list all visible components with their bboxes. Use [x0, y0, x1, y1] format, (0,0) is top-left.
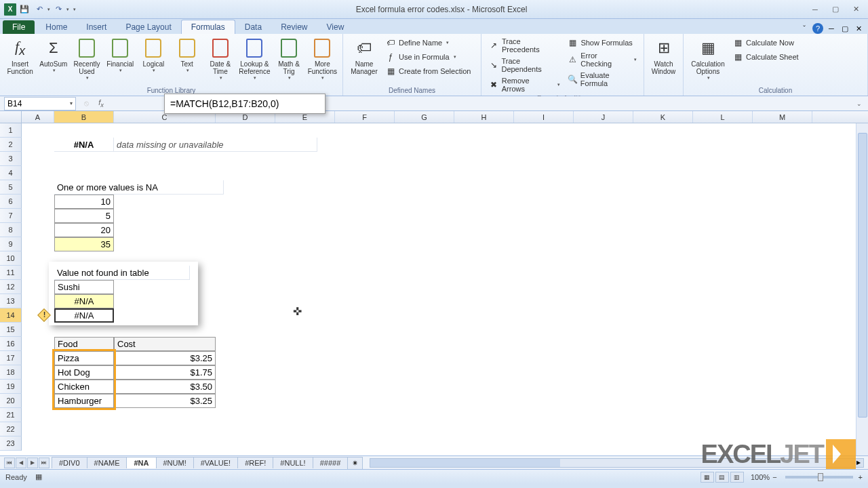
- row-header-3[interactable]: 3: [0, 152, 22, 166]
- cell-b16[interactable]: Food: [54, 337, 114, 351]
- new-sheet-button[interactable]: ✷: [347, 457, 363, 469]
- create-from-selection-button[interactable]: ▦Create from Selection: [382, 64, 473, 78]
- name-box[interactable]: B14▾: [4, 97, 76, 110]
- row-header-12[interactable]: 12: [0, 280, 22, 294]
- cell-b17[interactable]: Pizza: [54, 351, 114, 365]
- evaluate-formula-button[interactable]: 🔍Evaluate Formula: [564, 70, 639, 89]
- logical-button[interactable]: Logical▾: [138, 36, 170, 75]
- define-name-button[interactable]: 🏷Define Name▾: [382, 36, 473, 49]
- autosum-button[interactable]: ΣAutoSum▾: [37, 36, 69, 75]
- cells-area[interactable]: #N/A data missing or unavailable One or …: [22, 123, 856, 455]
- cell-c2[interactable]: data missing or unavailable: [114, 138, 317, 152]
- cell-d19[interactable]: $3.50: [114, 380, 216, 394]
- sheet-tab[interactable]: #NULL!: [273, 457, 313, 468]
- insert-function-button[interactable]: fxInsert Function: [4, 36, 36, 77]
- undo-dropdown[interactable]: ▾: [47, 7, 50, 12]
- sheet-tab[interactable]: #NAME: [87, 457, 127, 468]
- expand-formula-bar-icon[interactable]: ⌄: [853, 98, 865, 110]
- remove-arrows-button[interactable]: ✖Remove Arrows▾: [486, 75, 563, 94]
- row-header-6[interactable]: 6: [0, 195, 22, 209]
- zoom-out-button[interactable]: −: [772, 473, 776, 481]
- col-header-i[interactable]: I: [514, 111, 574, 123]
- first-sheet-button[interactable]: ⏮: [4, 458, 15, 468]
- cell-b19[interactable]: Chicken: [54, 380, 114, 394]
- cell-b9[interactable]: 35: [54, 237, 114, 251]
- redo-dropdown[interactable]: ▾: [66, 7, 69, 12]
- cell-b8[interactable]: 20: [54, 223, 114, 237]
- cell-d20[interactable]: $3.25: [114, 394, 216, 408]
- cell-b7[interactable]: 5: [54, 209, 114, 223]
- minimize-button[interactable]: ─: [807, 4, 823, 15]
- inner-close-icon[interactable]: ✕: [853, 23, 864, 34]
- calculate-sheet-button[interactable]: ▦Calculate Sheet: [730, 50, 802, 64]
- sheet-tab[interactable]: #NA: [126, 457, 156, 468]
- trace-dependents-button[interactable]: ↘Trace Dependents: [486, 56, 563, 75]
- fx-icon[interactable]: fx: [95, 98, 107, 110]
- file-tab[interactable]: File: [3, 20, 35, 34]
- undo-button[interactable]: ↶: [33, 3, 46, 16]
- row-header-17[interactable]: 17: [0, 351, 22, 365]
- math-trig-button[interactable]: Math & Trig▾: [273, 36, 304, 82]
- sheet-tab[interactable]: #REF!: [237, 457, 273, 468]
- worksheet-grid[interactable]: A B C D E F G H I J K L M 12345678910111…: [0, 111, 868, 455]
- col-header-b[interactable]: B: [54, 111, 114, 123]
- page-layout-view-button[interactable]: ▤: [715, 472, 729, 483]
- formulas-tab[interactable]: Formulas: [181, 20, 235, 34]
- row-header-13[interactable]: 13: [0, 294, 22, 308]
- cell-b13[interactable]: #N/A: [54, 294, 114, 308]
- error-checking-button[interactable]: ⚠Error Checking▾: [564, 50, 639, 69]
- trace-precedents-button[interactable]: ↗Trace Precedents: [486, 36, 563, 55]
- col-header-l[interactable]: L: [693, 111, 753, 123]
- sheet-tab[interactable]: #DIV0: [52, 457, 87, 468]
- minimize-ribbon-icon[interactable]: ˇ: [799, 23, 810, 34]
- zoom-slider[interactable]: [785, 476, 853, 479]
- cell-d18[interactable]: $1.75: [114, 365, 216, 380]
- row-header-19[interactable]: 19: [0, 380, 22, 394]
- row-header-11[interactable]: 11: [0, 266, 22, 280]
- close-button[interactable]: ✕: [848, 4, 864, 15]
- macro-icon[interactable]: ▦: [35, 472, 42, 481]
- cell-c16[interactable]: Cost: [114, 337, 216, 351]
- text-button[interactable]: Text▾: [171, 36, 203, 75]
- maximize-button[interactable]: ▢: [827, 4, 844, 15]
- calculation-options-button[interactable]: ▦Calculation Options▾: [688, 36, 728, 82]
- sheet-tab[interactable]: #####: [313, 457, 349, 468]
- review-tab[interactable]: Review: [271, 20, 317, 34]
- row-header-1[interactable]: 1: [0, 123, 22, 138]
- sheet-tab[interactable]: #VALUE!: [193, 457, 238, 468]
- select-all-corner[interactable]: [0, 111, 22, 123]
- row-header-18[interactable]: 18: [0, 365, 22, 380]
- row-header-15[interactable]: 15: [0, 323, 22, 337]
- name-manager-button[interactable]: 🏷Name Manager: [347, 36, 381, 77]
- col-header-a[interactable]: A: [22, 111, 54, 123]
- show-formulas-button[interactable]: ▦Show Formulas: [564, 36, 639, 49]
- watch-window-button[interactable]: ⊞Watch Window: [648, 36, 679, 77]
- row-header-23[interactable]: 23: [0, 436, 22, 451]
- hscroll-thumb[interactable]: [370, 459, 560, 467]
- cell-b5[interactable]: One or more values is NA: [54, 180, 224, 195]
- data-tab[interactable]: Data: [235, 20, 271, 34]
- financial-button[interactable]: Financial▾: [104, 36, 136, 75]
- next-sheet-button[interactable]: ▶: [27, 458, 38, 468]
- page-break-view-button[interactable]: ▥: [730, 472, 744, 483]
- row-header-14[interactable]: 14: [0, 308, 22, 323]
- row-header-8[interactable]: 8: [0, 223, 22, 237]
- cancel-icon[interactable]: ⦸: [80, 98, 92, 110]
- col-header-j[interactable]: J: [574, 111, 633, 123]
- prev-sheet-button[interactable]: ◀: [16, 458, 26, 468]
- vertical-scrollbar[interactable]: [856, 123, 868, 455]
- col-header-h[interactable]: H: [454, 111, 514, 123]
- row-header-10[interactable]: 10: [0, 251, 22, 266]
- zoom-level[interactable]: 100%: [751, 473, 770, 481]
- redo-button[interactable]: ↷: [52, 3, 65, 16]
- zoom-in-button[interactable]: +: [859, 473, 863, 481]
- view-tab[interactable]: View: [317, 20, 354, 34]
- col-header-m[interactable]: M: [753, 111, 812, 123]
- help-icon[interactable]: ?: [812, 23, 823, 34]
- cell-b11[interactable]: Value not found in table: [54, 266, 190, 280]
- col-header-k[interactable]: K: [633, 111, 693, 123]
- cell-b14[interactable]: #N/A: [54, 308, 114, 323]
- home-tab[interactable]: Home: [36, 20, 77, 34]
- scroll-thumb[interactable]: [858, 133, 867, 418]
- inner-restore-icon[interactable]: ▢: [840, 23, 850, 34]
